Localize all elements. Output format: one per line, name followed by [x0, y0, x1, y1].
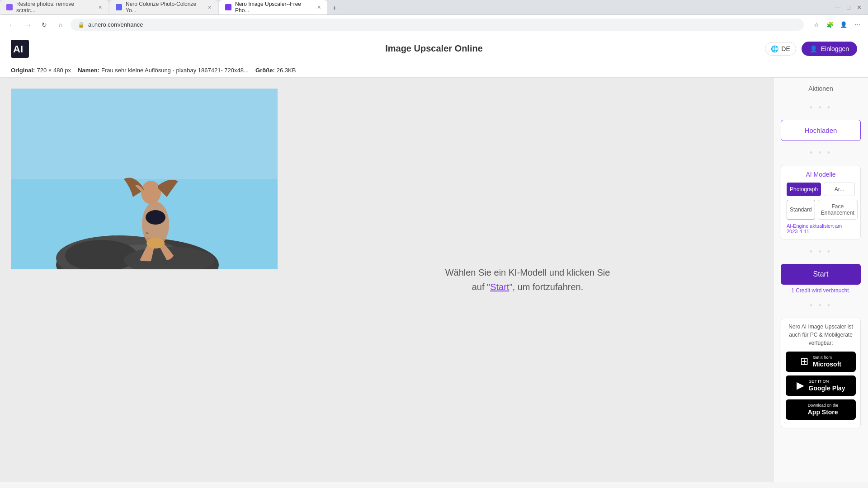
back-button[interactable]: ← — [5, 19, 18, 31]
google-small-text: GET IT ON — [809, 379, 829, 384]
tab-favicon-restore — [6, 4, 13, 10]
dots-divider-1: • • • — [781, 103, 861, 113]
maximize-button[interactable]: □ — [844, 3, 853, 12]
profile-icon[interactable]: 👤 — [838, 19, 849, 30]
svg-point-11 — [146, 210, 165, 225]
nero-logo-icon: AI — [11, 40, 29, 58]
language-button[interactable]: 🌐 DE — [765, 42, 796, 56]
start-button[interactable]: Start — [781, 264, 861, 285]
svg-point-12 — [146, 238, 165, 249]
apple-large-text: App Store — [808, 408, 838, 416]
google-play-icon: ▶ — [797, 380, 804, 391]
login-label: Einloggen — [821, 45, 849, 52]
mode-standard-button[interactable]: Standard — [787, 200, 815, 220]
minimize-button[interactable]: — — [832, 3, 843, 12]
tab-title-restore: Restore photos: remove scratc... — [16, 1, 93, 14]
right-sidebar: Aktionen • • • Hochladen • • • AI Modell… — [773, 78, 868, 482]
tab-upscaler[interactable]: Nero Image Upscaler--Free Pho... ✕ — [219, 0, 327, 14]
uploaded-image — [11, 89, 278, 269]
upload-button[interactable]: Hochladen — [781, 120, 861, 141]
user-icon: 👤 — [810, 45, 817, 52]
microsoft-small-text: Get it from — [813, 355, 832, 360]
extensions-icon[interactable]: 🧩 — [825, 19, 835, 30]
google-badge-text: GET IT ON Google Play — [809, 379, 845, 392]
new-tab-button[interactable]: + — [328, 2, 341, 14]
instruction-text: Wählen Sie ein KI-Modell und klicken Sie… — [445, 265, 610, 294]
image-panel — [11, 89, 282, 471]
microsoft-large-text: Microsoft — [813, 360, 841, 368]
bookmark-icon[interactable]: ☆ — [811, 19, 822, 30]
tab-title-upscaler: Nero Image Upscaler--Free Pho... — [235, 1, 311, 14]
instruction-line2-prefix: auf " — [472, 282, 490, 292]
tab-colorize[interactable]: Nero Colorize Photo-Colorize Yo... ✕ — [109, 0, 218, 14]
app-store-badge[interactable]: Download on the App Store — [786, 399, 856, 420]
apple-badge-text: Download on the App Store — [808, 403, 839, 416]
login-button[interactable]: 👤 Einloggen — [802, 42, 857, 56]
image-svg — [11, 89, 278, 269]
close-button[interactable]: ✕ — [854, 3, 864, 12]
tab-close-colorize[interactable]: ✕ — [208, 5, 212, 10]
mode-face-button[interactable]: Face Enhancement — [818, 200, 858, 220]
window-controls: — □ ✕ — [828, 1, 868, 14]
tab-restore[interactable]: Restore photos: remove scratc... ✕ — [0, 0, 108, 14]
header-right: 🌐 DE 👤 Einloggen — [765, 42, 857, 56]
start-section: Start 1 Credit wird verbraucht. — [781, 264, 861, 294]
apple-small-text: Download on the — [808, 403, 839, 408]
ai-engine-text: AI-Engine aktualisiert am 2023-4-11 — [787, 223, 855, 234]
model-photograph-button[interactable]: Photograph — [787, 183, 821, 196]
url-bar[interactable]: 🔒 ai.nero.com/enhance — [71, 19, 804, 31]
lang-label: DE — [781, 45, 790, 52]
new-tab-icon: + — [332, 4, 336, 12]
svg-rect-3 — [11, 89, 278, 179]
info-bar: Original: 720 × 480 px Namen: Frau sehr … — [0, 63, 868, 78]
tab-favicon-upscaler — [225, 4, 231, 10]
google-large-text: Google Play — [809, 384, 845, 392]
settings-icon[interactable]: ⋯ — [852, 19, 863, 30]
home-button[interactable]: ⌂ — [54, 19, 67, 31]
dots-divider-3: • • • — [781, 247, 861, 257]
main-layout: Wählen Sie ein KI-Modell und klicken Sie… — [0, 78, 868, 482]
ai-models-title: AI Modelle — [787, 171, 855, 178]
url-text: ai.nero.com/enhance — [88, 21, 143, 28]
dots-divider-2: • • • — [781, 148, 861, 158]
tab-title-colorize: Nero Colorize Photo-Colorize Yo... — [126, 1, 202, 14]
content-area: Wählen Sie ein KI-Modell und klicken Sie… — [0, 78, 773, 482]
name-value: Frau sehr kleine Auflösung - pixabay 186… — [101, 67, 249, 74]
size-label: Größe: — [255, 67, 275, 74]
ai-models-section: AI Modelle Photograph Ar... Standard Fac… — [781, 165, 861, 240]
model-type-row: Photograph Ar... — [787, 183, 855, 196]
logo[interactable]: AI — [11, 40, 29, 58]
instruction-line2-suffix: ", um fortzufahren. — [509, 282, 583, 292]
app-header: AI Image Upscaler Online 🌐 DE 👤 Einlogge… — [0, 34, 868, 63]
browser-chrome: Restore photos: remove scratc... ✕ Nero … — [0, 0, 868, 34]
promo-text: Nero AI Image Upscaler ist auch für PC &… — [786, 323, 856, 347]
credit-text: 1 Credit wird verbraucht. — [791, 287, 850, 294]
address-bar: ← → ↻ ⌂ 🔒 ai.nero.com/enhance ☆ 🧩 👤 ⋯ — [0, 14, 868, 34]
tab-list: Restore photos: remove scratc... ✕ Nero … — [0, 0, 828, 14]
instruction-panel: Wählen Sie ein KI-Modell und klicken Sie… — [293, 89, 762, 471]
google-play-badge[interactable]: ▶ GET IT ON Google Play — [786, 375, 856, 396]
app-promo: Nero AI Image Upscaler ist auch für PC &… — [781, 318, 861, 428]
forward-button[interactable]: → — [22, 19, 34, 31]
original-value: 720 × 480 px — [37, 67, 71, 74]
lock-icon: 🔒 — [78, 22, 85, 28]
browser-actions: ☆ 🧩 👤 ⋯ — [811, 19, 863, 30]
globe-icon: 🌐 — [771, 45, 778, 52]
microsoft-badge-text: Get it from Microsoft — [813, 355, 841, 368]
original-label: Original: — [11, 67, 35, 74]
tab-favicon-colorize — [116, 4, 122, 10]
model-mode-row: Standard Face Enhancement — [787, 200, 855, 220]
tab-close-upscaler[interactable]: ✕ — [317, 5, 321, 10]
name-label: Namen: — [78, 67, 99, 74]
dots-divider-4: • • • — [781, 301, 861, 310]
microsoft-store-badge[interactable]: ⊞ Get it from Microsoft — [786, 352, 856, 372]
svg-text:AI: AI — [13, 43, 23, 55]
instruction-line1: Wählen Sie ein KI-Modell und klicken Sie — [445, 267, 610, 277]
tab-close-restore[interactable]: ✕ — [98, 5, 102, 10]
instruction-start-link[interactable]: Start — [490, 282, 509, 292]
model-art-button[interactable]: Ar... — [824, 183, 855, 196]
size-value: 26.3KB — [277, 67, 296, 74]
microsoft-icon: ⊞ — [800, 356, 808, 367]
app-title: Image Upscaler Online — [385, 43, 483, 54]
reload-button[interactable]: ↻ — [38, 19, 51, 31]
